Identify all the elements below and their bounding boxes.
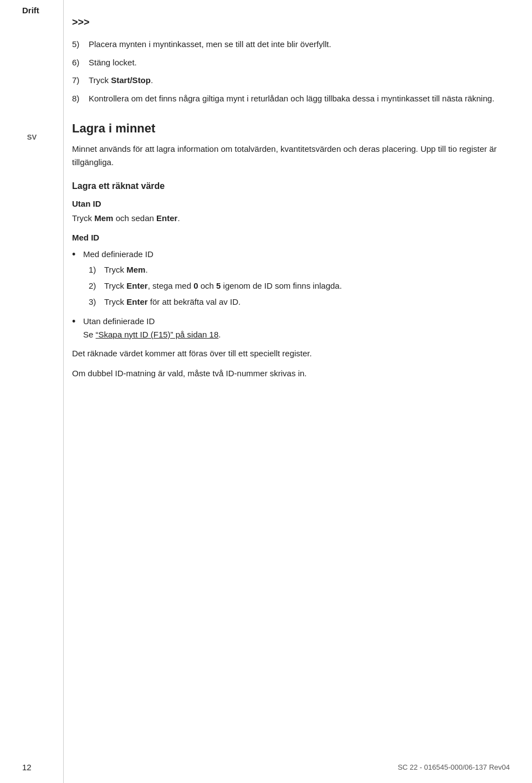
step-2-text: Tryck Enter, stega med 0 och 5 igenom de…	[104, 279, 342, 293]
page-footer: 12 SC 22 - 016545-000/06-137 Rev04	[22, 762, 510, 772]
step-2-num: 2)	[89, 279, 104, 293]
step-5-text: Placera mynten i myntinkasset, men se ti…	[89, 38, 510, 51]
bullet-med-definierade-content: Med definierade ID 1) Tryck Mem. 2) Tryc…	[83, 248, 510, 311]
step-8-num: 8)	[72, 93, 89, 105]
step-7: 7) Tryck Start/Stop.	[72, 74, 510, 87]
step-2: 2) Tryck Enter, stega med 0 och 5 igenom…	[89, 279, 510, 293]
footer-page-number: 12	[22, 762, 32, 772]
bullet-utan-definierade-content: Utan definierade ID Se “Skapa nytt ID (F…	[83, 315, 510, 341]
step-7-text: Tryck Start/Stop.	[89, 74, 510, 87]
step-6: 6) Stäng locket.	[72, 57, 510, 69]
step-7-num: 7)	[72, 74, 89, 87]
bullet-utan-definierade-heading: Utan definierade ID	[83, 316, 155, 326]
step-8-text: Kontrollera om det finns några giltiga m…	[89, 93, 510, 105]
footer-para-2: Om dubbel ID-matning är vald, måste två …	[72, 367, 510, 380]
step-5-num: 5)	[72, 38, 89, 51]
skapa-nytt-id-link[interactable]: “Skapa nytt ID (F15)” på sidan 18	[96, 330, 219, 339]
bullet-med-definierade-heading: Med definierade ID	[83, 249, 154, 259]
step-3-num: 3)	[89, 295, 104, 309]
med-definierade-steps: 1) Tryck Mem. 2) Tryck Enter, stega med …	[89, 263, 510, 309]
med-id-bullets: • Med definierade ID 1) Tryck Mem. 2) Tr…	[72, 248, 510, 341]
step-1: 1) Tryck Mem.	[89, 263, 510, 277]
subsection-heading: Lagra ett räknat värde	[72, 181, 510, 191]
step-6-text: Stäng locket.	[89, 57, 510, 69]
main-content: >>> 5) Placera mynten i myntinkasset, me…	[72, 17, 510, 420]
utan-id-text: Tryck Mem och sedan Enter.	[72, 212, 510, 225]
section-intro: Minnet används för att lagra information…	[72, 142, 510, 169]
footer-doc-reference: SC 22 - 016545-000/06-137 Rev04	[398, 763, 510, 771]
bullet-utan-definierade: • Utan definierade ID Se “Skapa nytt ID …	[72, 315, 510, 341]
language-label: SV	[0, 133, 64, 141]
med-id-label: Med ID	[72, 233, 510, 242]
step-1-text: Tryck Mem.	[104, 263, 148, 277]
section-heading: Lagra i minnet	[72, 121, 510, 136]
step-3-text: Tryck Enter för att bekräfta val av ID.	[104, 295, 241, 309]
arrow-marker: >>>	[72, 17, 510, 28]
bullet-utan-definierade-text: Se “Skapa nytt ID (F15)” på sidan 18.	[83, 330, 221, 339]
step-1-num: 1)	[89, 263, 104, 277]
bullet-dot-2: •	[72, 315, 83, 341]
left-sidebar: SV	[0, 0, 64, 783]
step-8: 8) Kontrollera om det finns några giltig…	[72, 93, 510, 105]
step-5: 5) Placera mynten i myntinkasset, men se…	[72, 38, 510, 51]
bullet-dot-1: •	[72, 248, 83, 311]
footer-para-1: Det räknade värdet kommer att föras över…	[72, 347, 510, 360]
step-6-num: 6)	[72, 57, 89, 69]
step-3: 3) Tryck Enter för att bekräfta val av I…	[89, 295, 510, 309]
utan-id-label: Utan ID	[72, 199, 510, 208]
bullet-med-definierade: • Med definierade ID 1) Tryck Mem. 2) Tr…	[72, 248, 510, 311]
